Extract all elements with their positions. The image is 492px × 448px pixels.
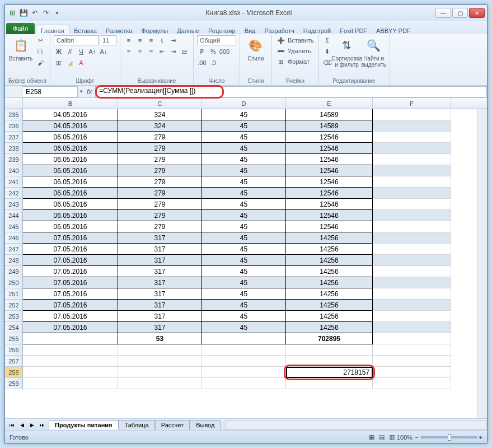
cell[interactable]: 324 [118, 120, 202, 132]
cell[interactable]: 279 [118, 132, 202, 143]
cell[interactable]: 14256 [286, 255, 373, 266]
cell[interactable]: 04.05.2016 [23, 109, 118, 120]
border-icon[interactable]: ⊞ [54, 58, 64, 68]
increase-font-icon[interactable]: A↑ [87, 46, 97, 57]
cell[interactable] [202, 344, 286, 356]
cell[interactable]: 317 [118, 244, 202, 255]
zoom-in-icon[interactable]: + [479, 434, 482, 441]
page-break-icon[interactable]: ▥ [387, 432, 397, 442]
cell[interactable]: 45 [202, 143, 286, 154]
copy-icon[interactable]: ⿻ [35, 46, 45, 57]
cell[interactable]: 07.05.2016 [23, 322, 118, 333]
cell[interactable]: 06.05.2016 [23, 199, 118, 210]
cell[interactable]: 279 [118, 143, 202, 154]
bold-button[interactable]: Ж [54, 46, 64, 57]
cell[interactable] [373, 199, 451, 210]
cell[interactable] [23, 367, 118, 378]
cell[interactable] [118, 378, 202, 389]
cell[interactable]: 14256 [286, 288, 373, 300]
cell[interactable]: 279 [118, 154, 202, 165]
cell[interactable] [23, 344, 118, 356]
cell[interactable]: 14256 [286, 277, 373, 288]
first-sheet-icon[interactable]: ⏮ [7, 421, 16, 430]
column-header-D[interactable]: D [202, 98, 286, 109]
cell[interactable]: 06.05.2016 [23, 143, 118, 154]
italic-button[interactable]: К [65, 46, 75, 57]
cell[interactable]: 45 [202, 210, 286, 221]
cell[interactable]: 04.05.2016 [23, 120, 118, 132]
row-header[interactable]: 235 [5, 109, 23, 120]
format-painter-icon[interactable]: 🖌 [35, 58, 45, 68]
cell[interactable] [373, 165, 451, 176]
cell[interactable]: 12546 [286, 143, 373, 154]
cell[interactable]: 45 [202, 311, 286, 322]
row-header[interactable]: 246 [5, 232, 23, 244]
cell[interactable]: 06.05.2016 [23, 221, 118, 232]
formula-input[interactable]: =СУММ(Реализация[[Сумма ]]) [95, 86, 487, 97]
cell[interactable] [373, 132, 451, 143]
row-header[interactable]: 251 [5, 288, 23, 300]
cell[interactable]: 317 [118, 255, 202, 266]
cell[interactable] [286, 344, 373, 356]
cell[interactable] [373, 188, 451, 199]
prev-sheet-icon[interactable]: ◀ [17, 421, 26, 430]
cell[interactable]: 14256 [286, 300, 373, 311]
align-left-icon[interactable]: ≡ [124, 46, 134, 57]
normal-view-icon[interactable]: ▦ [367, 432, 377, 442]
cell[interactable]: 45 [202, 322, 286, 333]
cell[interactable]: 45 [202, 120, 286, 132]
cell[interactable]: 317 [118, 232, 202, 244]
row-header[interactable]: 248 [5, 255, 23, 266]
row-header[interactable]: 259 [5, 378, 23, 389]
row-header[interactable]: 257 [5, 356, 23, 367]
cell[interactable]: 14256 [286, 266, 373, 277]
cell[interactable]: 14589 [286, 109, 373, 120]
sheet-tab[interactable]: Вывод [190, 420, 221, 430]
cell[interactable] [373, 300, 451, 311]
page-layout-icon[interactable]: ▤ [377, 432, 387, 442]
cell[interactable] [118, 344, 202, 356]
cell[interactable] [373, 356, 451, 367]
cell[interactable]: 12546 [286, 176, 373, 188]
column-header-F[interactable]: F [373, 98, 451, 109]
row-header[interactable]: 256 [5, 344, 23, 356]
row-header[interactable]: 237 [5, 132, 23, 143]
cell[interactable]: 06.05.2016 [23, 132, 118, 143]
orientation-icon[interactable]: ⤹ [157, 35, 167, 45]
cell[interactable]: 45 [202, 232, 286, 244]
styles-button[interactable]: 🎨 Стили [243, 35, 268, 63]
cell[interactable]: 07.05.2016 [23, 266, 118, 277]
cell[interactable]: 317 [118, 266, 202, 277]
cell[interactable]: 317 [118, 322, 202, 333]
row-header[interactable]: 238 [5, 143, 23, 154]
cell[interactable] [23, 356, 118, 367]
cell[interactable]: 53 [118, 333, 202, 344]
maximize-button[interactable]: ▢ [452, 8, 468, 18]
cell[interactable]: 279 [118, 176, 202, 188]
cell[interactable] [202, 367, 286, 378]
row-header[interactable]: 250 [5, 277, 23, 288]
cell[interactable]: 279 [118, 165, 202, 176]
row-header[interactable]: 258 [5, 367, 23, 378]
cell[interactable] [373, 120, 451, 132]
name-box[interactable]: E258 [22, 86, 78, 97]
row-header[interactable]: 245 [5, 221, 23, 232]
delete-cells-button[interactable]: ➖Удалить [275, 46, 312, 56]
sheet-tab[interactable]: Продукты питания [49, 420, 119, 430]
cell[interactable]: 14256 [286, 244, 373, 255]
sort-filter-button[interactable]: ⇅ Сортировка и фильтр [335, 35, 359, 69]
cell[interactable] [373, 255, 451, 266]
cell[interactable]: 317 [118, 277, 202, 288]
row-header[interactable]: 239 [5, 154, 23, 165]
row-header[interactable]: 241 [5, 176, 23, 188]
cell[interactable]: 45 [202, 199, 286, 210]
percent-icon[interactable]: % [208, 46, 218, 57]
cell[interactable]: 12546 [286, 199, 373, 210]
align-center-icon[interactable]: ≡ [135, 46, 145, 57]
cell[interactable] [286, 356, 373, 367]
cell[interactable]: 45 [202, 132, 286, 143]
cell[interactable] [373, 367, 451, 378]
increase-indent-icon[interactable]: ⇥ [168, 46, 179, 57]
cell[interactable]: 07.05.2016 [23, 300, 118, 311]
fill-color-icon[interactable]: ◢ [65, 58, 75, 68]
